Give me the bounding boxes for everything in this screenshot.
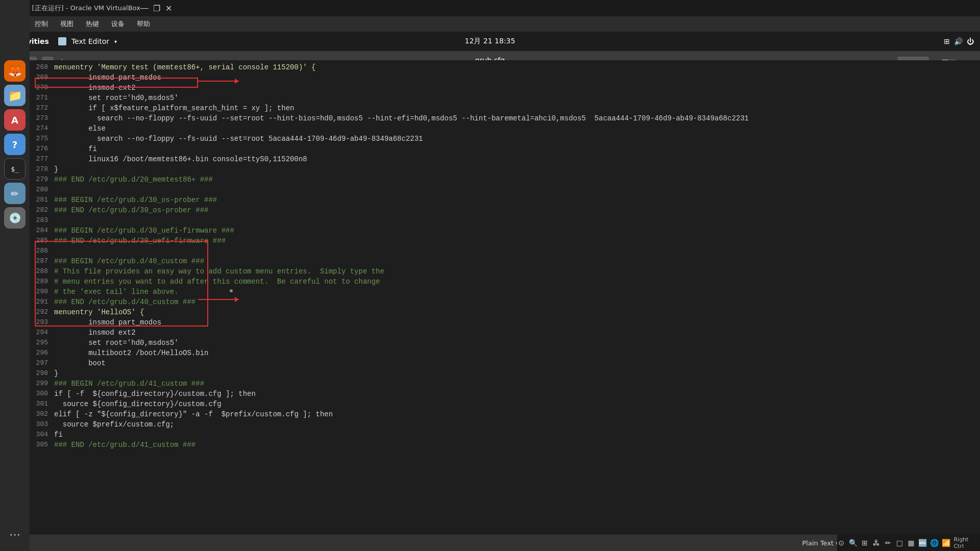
dropdown-arrow-icon[interactable]: ▾	[114, 39, 117, 44]
code-line-305: 305### END /etc/grub.d/41_custom ###	[30, 440, 980, 450]
code-line-281: 281### BEGIN /etc/grub.d/30_os-prober ##…	[30, 195, 980, 205]
maximize-button[interactable]: ❐	[153, 4, 161, 12]
line-content: ### END /etc/grub.d/30_uefi-firmware ###	[54, 236, 226, 246]
code-line-293: 293 insmod part_modos	[30, 317, 980, 328]
line-content: ### BEGIN /etc/grub.d/30_uefi-firmware #…	[54, 226, 234, 236]
tray-icon-4[interactable]: 🖧	[872, 538, 881, 548]
menu-control[interactable]: 控制	[30, 17, 53, 31]
line-content: fi	[54, 144, 97, 154]
line-number: 288	[34, 266, 54, 277]
gnome-bar: Activities Text Editor ▾ 12月 21 18:35 ⊞ …	[0, 32, 980, 51]
menu-view[interactable]: 视图	[55, 17, 79, 31]
line-content: if [ -f ${config_directory}/custom.cfg ]…	[54, 389, 256, 399]
dock-firefox[interactable]: 🦊	[4, 60, 26, 82]
line-content: search --no-floppy --fs-uuid --set=root …	[54, 113, 749, 123]
dock-editor[interactable]: ✏	[4, 183, 26, 204]
line-content: fi	[54, 430, 63, 440]
tray-icon-5[interactable]: ✏	[884, 538, 892, 548]
tray-icon-3[interactable]: ⊞	[861, 538, 869, 548]
line-content: linux16 /boot/memtest86+.bin console=tty…	[54, 154, 307, 164]
code-line-271: 271 set root='hd0,msdos5'	[30, 93, 980, 103]
line-number: 279	[34, 174, 54, 185]
code-line-286: 286	[30, 246, 980, 256]
code-line-272: 272 if [ x$feature_platform_search_hint …	[30, 103, 980, 113]
line-number: 281	[34, 195, 54, 205]
close-button[interactable]: ✕	[165, 4, 173, 12]
code-line-294: 294 insmod ext2	[30, 328, 980, 338]
menu-hotkey[interactable]: 热键	[81, 17, 104, 31]
line-content: ### END /etc/grub.d/41_custom ###	[54, 440, 195, 450]
code-line-274: 274 else	[30, 123, 980, 134]
editor-area[interactable]: 268menuentry 'Memory test (memtest86+, s…	[30, 60, 980, 535]
line-number: 276	[34, 144, 54, 154]
line-number: 277	[34, 154, 54, 164]
line-number: 268	[34, 62, 54, 72]
line-content: }	[54, 164, 58, 174]
power-icon[interactable]: ⏻	[967, 37, 974, 45]
line-number: 274	[34, 123, 54, 134]
line-number: 269	[34, 72, 54, 83]
tray-icon-10[interactable]: 📶	[942, 538, 950, 548]
minimize-button[interactable]: —	[140, 4, 149, 12]
line-number: 299	[34, 379, 54, 389]
line-content: menuentry 'HelloOS' {	[54, 307, 144, 317]
line-content: # the 'exec tail' line above.	[54, 287, 179, 297]
tray-icon-8[interactable]: 🔤	[918, 538, 927, 548]
text-editor-appbutton[interactable]: Text Editor ▾	[58, 37, 117, 45]
gnome-right-icons: ⊞ 🔊 ⏻	[944, 37, 974, 45]
menubar: 管理 控制 视图 热键 设备 帮助	[0, 16, 980, 32]
code-line-301: 301 source ${config_directory}/custom.cf…	[30, 399, 980, 409]
line-content: source $prefix/custom.cfg;	[54, 419, 174, 430]
tray-icon-2[interactable]: 🔍	[849, 538, 857, 548]
menu-help[interactable]: 帮助	[132, 17, 155, 31]
code-line-273: 273 search --no-floppy --fs-uuid --set=r…	[30, 113, 980, 123]
line-content: ### END /etc/grub.d/20_memtest86+ ###	[54, 174, 213, 185]
dock-files[interactable]: 📁	[4, 85, 26, 106]
code-line-277: 277 linux16 /boot/memtest86+.bin console…	[30, 154, 980, 164]
tray-icon-9[interactable]: 🌐	[930, 538, 939, 548]
code-line-284: 284### BEGIN /etc/grub.d/30_uefi-firmwar…	[30, 226, 980, 236]
code-line-303: 303 source $prefix/custom.cfg;	[30, 419, 980, 430]
line-content: set root='hd0,msdos5'	[54, 338, 179, 348]
line-content: set root='hd0,msdos5'	[54, 93, 179, 103]
code-line-276: 276 fi	[30, 144, 980, 154]
line-number: 272	[34, 103, 54, 113]
code-line-296: 296 multiboot2 /boot/HelloOS.bin	[30, 348, 980, 358]
line-content: ### BEGIN /etc/grub.d/40_custom ###	[54, 256, 204, 266]
tray-icon-7[interactable]: ▦	[907, 538, 916, 548]
dock-grid[interactable]: ⋯	[4, 523, 26, 545]
line-number: 301	[34, 399, 54, 409]
line-number: 280	[34, 185, 54, 195]
dock-disk[interactable]: 💿	[4, 207, 26, 229]
line-content: ### END /etc/grub.d/30_os-prober ###	[54, 205, 208, 215]
code-line-300: 300if [ -f ${config_directory}/custom.cf…	[30, 389, 980, 399]
line-number: 296	[34, 348, 54, 358]
line-content: ### BEGIN /etc/grub.d/30_os-prober ###	[54, 195, 217, 205]
dock-help[interactable]: ?	[4, 134, 26, 155]
line-content: # This file provides an easy way to add …	[54, 266, 384, 277]
line-number: 278	[34, 164, 54, 174]
tray-icon-1[interactable]: ⊙	[837, 538, 846, 548]
line-content: else	[54, 123, 106, 134]
sound-icon[interactable]: 🔊	[954, 37, 963, 45]
line-number: 287	[34, 256, 54, 266]
text-editor-icon	[58, 37, 66, 45]
line-number: 291	[34, 297, 54, 307]
line-content: source ${config_directory}/custom.cfg	[54, 399, 222, 409]
line-content: if [ x$feature_platform_search_hint = xy…	[54, 103, 294, 113]
code-line-282: 282### END /etc/grub.d/30_os-prober ###	[30, 205, 980, 215]
line-content: insmod ext2	[54, 83, 136, 93]
plain-text-label: Plain Text	[802, 539, 834, 547]
line-number: 298	[34, 368, 54, 379]
menu-device[interactable]: 设备	[106, 17, 130, 31]
clock: 12月 21 18:35	[465, 37, 516, 46]
dock-appstore[interactable]: A	[4, 109, 26, 131]
line-content: menuentry 'Memory test (memtest86+, seri…	[54, 62, 315, 72]
code-line-299: 299### BEGIN /etc/grub.d/41_custom ###	[30, 379, 980, 389]
code-line-287: 287### BEGIN /etc/grub.d/40_custom ###	[30, 256, 980, 266]
tray-icon-6[interactable]: □	[895, 538, 904, 548]
dock-terminal[interactable]: $_	[4, 158, 26, 180]
code-line-298: 298}	[30, 368, 980, 379]
plain-text-selector[interactable]: Plain Text ▾	[802, 539, 838, 547]
network-icon[interactable]: ⊞	[944, 37, 950, 45]
